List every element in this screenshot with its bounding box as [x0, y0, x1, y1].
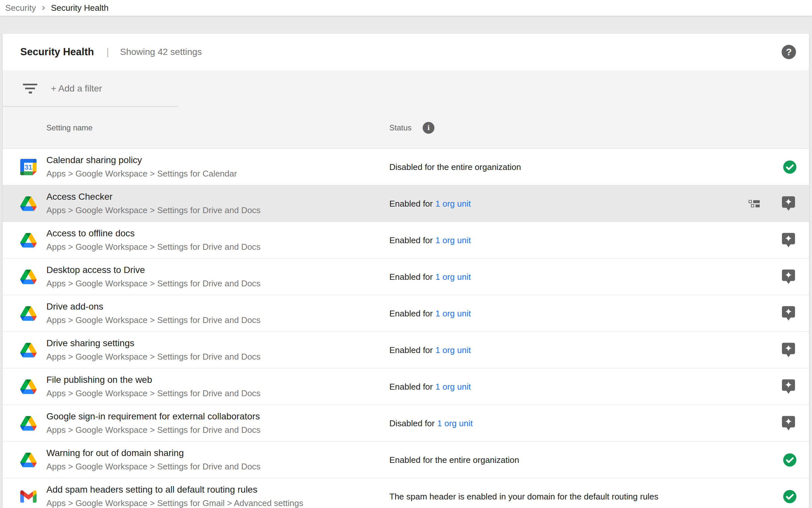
setting-title: Google sign-in requirement for external …: [46, 411, 260, 422]
status-text: Enabled for the entire organization: [389, 455, 519, 465]
status-ok-check-icon: [782, 453, 797, 467]
status-text: Enabled for: [389, 199, 433, 208]
setting-path: Apps > Google Workspace > Settings for D…: [46, 425, 260, 435]
drive-icon: [20, 196, 37, 212]
setting-path: Apps > Google Workspace > Settings for G…: [46, 499, 303, 508]
gmail-icon: [20, 489, 37, 505]
status-text: Enabled for: [389, 308, 433, 318]
drive-icon: [20, 379, 37, 395]
calendar-icon: 31: [20, 159, 37, 175]
drive-icon: [20, 342, 37, 358]
drive-icon: [20, 452, 37, 468]
recommendation-pin-icon[interactable]: [782, 416, 795, 431]
setting-title: Drive add-ons: [46, 301, 260, 312]
table-row[interactable]: Warning for out of domain sharing Apps >…: [3, 441, 809, 478]
card-header: Security Health | Showing 42 settings ?: [3, 34, 809, 70]
setting-path: Apps > Google Workspace > Settings for D…: [46, 315, 260, 325]
svg-text:31: 31: [25, 163, 32, 171]
row-text: Calendar sharing policy Apps > Google Wo…: [46, 155, 237, 179]
setting-title: File publishing on the web: [46, 375, 260, 385]
settings-count: Showing 42 settings: [120, 47, 202, 57]
status-text: Enabled for: [389, 272, 433, 282]
row-text: Warning for out of domain sharing Apps >…: [46, 448, 260, 472]
setting-title: Calendar sharing policy: [46, 155, 237, 165]
help-icon[interactable]: ?: [782, 45, 796, 59]
breadcrumb: Security › Security Health: [0, 0, 812, 16]
status-text: Enabled for: [389, 235, 433, 245]
setting-path: Apps > Google Workspace > Settings for D…: [46, 242, 260, 252]
org-unit-link[interactable]: 1 org unit: [435, 235, 471, 245]
table-row[interactable]: Access to offline docs Apps > Google Wor…: [3, 222, 809, 259]
setting-path: Apps > Google Workspace > Settings for C…: [46, 169, 237, 179]
org-unit-indicator-icon: [749, 200, 760, 207]
title-divider: |: [106, 46, 109, 57]
status-cell: Enabled for1 org unit: [389, 235, 471, 245]
table-row[interactable]: Google sign-in requirement for external …: [3, 405, 809, 441]
row-text: Drive add-ons Apps > Google Workspace > …: [46, 301, 260, 325]
org-unit-link[interactable]: 1 org unit: [435, 308, 471, 318]
recommendation-pin-icon[interactable]: [782, 379, 795, 394]
row-text: Google sign-in requirement for external …: [46, 411, 260, 435]
table-row[interactable]: Desktop access to Drive Apps > Google Wo…: [3, 259, 809, 295]
table-column-header: Setting name Status i: [3, 107, 809, 149]
drive-icon: [20, 232, 37, 248]
table-row[interactable]: Drive sharing settings Apps > Google Wor…: [3, 332, 809, 369]
setting-title: Warning for out of domain sharing: [46, 448, 260, 458]
table-row[interactable]: Drive add-ons Apps > Google Workspace > …: [3, 295, 809, 332]
table-row[interactable]: Add spam headers setting to all default …: [3, 478, 809, 508]
drive-icon: [20, 269, 37, 285]
filter-list-icon[interactable]: [23, 84, 37, 94]
row-text: File publishing on the web Apps > Google…: [46, 375, 260, 398]
table-row[interactable]: 31 Calendar sharing policy Apps > Google…: [3, 149, 809, 185]
breadcrumb-current: Security Health: [51, 3, 108, 13]
filter-bar: + Add a filter: [3, 70, 809, 107]
setting-path: Apps > Google Workspace > Settings for D…: [46, 352, 260, 362]
status-cell: Enabled for1 org unit: [389, 272, 471, 282]
status-cell: Disabled for the entire organization: [389, 162, 521, 172]
setting-path: Apps > Google Workspace > Settings for D…: [46, 389, 260, 398]
status-cell: Enabled for1 org unit: [389, 345, 471, 355]
row-text: Access Checker Apps > Google Workspace >…: [46, 192, 260, 215]
status-cell: The spam header is enabled in your domai…: [389, 491, 659, 502]
setting-title: Desktop access to Drive: [46, 265, 260, 275]
setting-title: Access Checker: [46, 192, 260, 202]
recommendation-pin-icon[interactable]: [782, 196, 795, 211]
recommendation-pin-icon[interactable]: [782, 306, 795, 321]
column-setting-name: Setting name: [46, 123, 92, 132]
page-title: Security Health: [20, 46, 94, 58]
status-text: Disabled for the entire organization: [389, 162, 521, 172]
table-row[interactable]: Access Checker Apps > Google Workspace >…: [3, 185, 809, 222]
status-text: Enabled for: [389, 381, 433, 391]
org-unit-link[interactable]: 1 org unit: [437, 418, 473, 428]
setting-path: Apps > Google Workspace > Settings for D…: [46, 206, 260, 215]
setting-title: Add spam headers setting to all default …: [46, 484, 303, 495]
recommendation-pin-icon[interactable]: [782, 269, 795, 284]
setting-path: Apps > Google Workspace > Settings for D…: [46, 279, 260, 289]
setting-title: Access to offline docs: [46, 228, 260, 239]
drive-icon: [20, 415, 37, 431]
status-ok-check-icon: [782, 160, 797, 174]
add-filter-button[interactable]: + Add a filter: [51, 83, 102, 94]
status-cell: Enabled for1 org unit: [389, 381, 471, 392]
org-unit-link[interactable]: 1 org unit: [435, 272, 471, 282]
status-cell: Enabled for1 org unit: [389, 199, 471, 209]
status-cell: Disabled for1 org unit: [389, 418, 473, 428]
recommendation-pin-icon[interactable]: [782, 343, 795, 357]
drive-icon: [20, 305, 37, 322]
recommendation-pin-icon[interactable]: [782, 233, 795, 248]
status-text: Enabled for: [389, 345, 433, 355]
org-unit-link[interactable]: 1 org unit: [435, 381, 471, 391]
row-text: Access to offline docs Apps > Google Wor…: [46, 228, 260, 252]
status-cell: Enabled for the entire organization: [389, 455, 519, 465]
setting-path: Apps > Google Workspace > Settings for D…: [46, 462, 260, 472]
table-row[interactable]: File publishing on the web Apps > Google…: [3, 369, 809, 405]
org-unit-link[interactable]: 1 org unit: [435, 345, 471, 355]
status-info-icon[interactable]: i: [423, 122, 434, 134]
status-cell: Enabled for1 org unit: [389, 308, 471, 319]
status-ok-check-icon: [782, 490, 797, 504]
row-text: Add spam headers setting to all default …: [46, 484, 303, 508]
breadcrumb-parent-link[interactable]: Security: [5, 3, 36, 13]
row-text: Drive sharing settings Apps > Google Wor…: [46, 338, 260, 362]
org-unit-link[interactable]: 1 org unit: [435, 199, 471, 208]
security-health-card: Security Health | Showing 42 settings ? …: [3, 34, 809, 508]
